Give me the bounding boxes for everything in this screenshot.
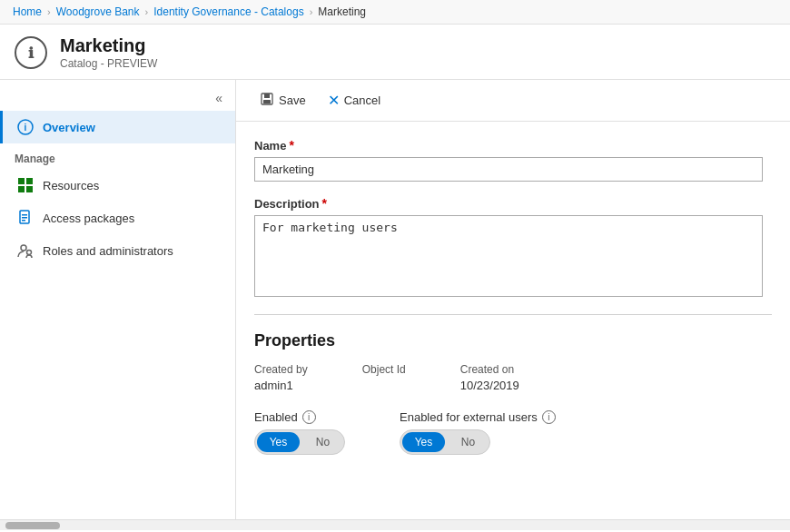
description-field-group: Description * For marketing users [254, 196, 772, 300]
name-label: Name * [254, 138, 772, 153]
main-layout: « i Overview Manage [0, 80, 790, 519]
section-divider [254, 314, 772, 315]
svg-rect-8 [22, 217, 27, 219]
external-toggle[interactable]: Yes No [400, 429, 490, 455]
object-id-label: Object Id [362, 363, 406, 376]
sidebar-item-access-packages-label: Access packages [43, 212, 134, 225]
external-no-option[interactable]: No [447, 430, 489, 454]
external-toggle-group: Enabled for external users i Yes No [400, 410, 556, 455]
toggles-row: Enabled i Yes No Enabled for external us… [254, 410, 772, 455]
page-header: ℹ Marketing Catalog - PREVIEW [0, 25, 790, 80]
svg-rect-7 [22, 214, 27, 216]
content-area: Save ✕ Cancel Name * Description * [236, 80, 790, 519]
svg-rect-9 [22, 220, 25, 222]
created-by-label: Created by [254, 363, 308, 376]
sidebar-item-roles-label: Roles and administrators [43, 244, 173, 258]
created-by-property: Created by admin1 [254, 363, 308, 392]
svg-rect-4 [18, 186, 25, 192]
properties-title: Properties [254, 331, 772, 350]
enabled-info-icon[interactable]: i [302, 410, 316, 424]
breadcrumb-current: Marketing [318, 5, 366, 18]
save-icon [260, 92, 274, 109]
sidebar-item-overview-label: Overview [43, 121, 95, 134]
svg-rect-3 [26, 178, 33, 184]
sidebar-item-resources[interactable]: Resources [0, 169, 235, 202]
toolbar: Save ✕ Cancel [236, 80, 790, 122]
breadcrumb-identity-governance[interactable]: Identity Governance - Catalogs [153, 5, 303, 18]
sidebar-section-manage: Manage [0, 143, 235, 169]
person-icon [17, 242, 34, 259]
doc-icon [17, 210, 34, 226]
created-by-value: admin1 [254, 379, 308, 392]
svg-rect-14 [263, 100, 271, 103]
enabled-no-option[interactable]: No [301, 430, 344, 454]
props-grid: Created by admin1 Object Id Created on 1… [254, 363, 772, 392]
breadcrumb-sep-1: › [47, 6, 51, 17]
name-input[interactable] [254, 157, 763, 182]
external-label: Enabled for external users i [400, 410, 556, 424]
svg-rect-5 [26, 186, 33, 192]
name-required: * [289, 138, 293, 153]
sidebar-item-access-packages[interactable]: Access packages [0, 202, 235, 234]
description-required: * [322, 196, 327, 211]
save-button[interactable]: Save [251, 87, 315, 113]
cancel-button[interactable]: ✕ Cancel [319, 87, 390, 113]
breadcrumb-sep-3: › [310, 6, 313, 17]
cancel-label: Cancel [344, 94, 380, 107]
description-textarea[interactable]: For marketing users [254, 215, 763, 297]
page-title: Marketing [60, 35, 157, 56]
svg-point-11 [27, 251, 32, 255]
object-id-property: Object Id [362, 363, 406, 392]
name-field-group: Name * [254, 138, 772, 182]
info-icon: i [17, 119, 34, 135]
page-header-icon: ℹ [15, 36, 47, 69]
bottom-scrollbar[interactable] [0, 519, 790, 530]
enabled-yes-option[interactable]: Yes [257, 432, 300, 452]
breadcrumb-woodgrove[interactable]: Woodgrove Bank [56, 5, 140, 18]
svg-text:i: i [25, 123, 27, 133]
created-on-value: 10/23/2019 [460, 379, 519, 392]
enabled-label: Enabled i [254, 410, 345, 424]
cancel-icon: ✕ [328, 92, 340, 109]
description-label: Description * [254, 196, 772, 211]
enabled-toggle-group: Enabled i Yes No [254, 410, 345, 455]
grid-icon [17, 177, 34, 193]
scrollbar-thumb[interactable] [5, 522, 60, 529]
save-label: Save [279, 94, 306, 107]
sidebar-item-overview[interactable]: i Overview [0, 111, 235, 143]
sidebar-item-roles[interactable]: Roles and administrators [0, 234, 235, 267]
form-area: Name * Description * For marketing users… [236, 122, 790, 471]
svg-rect-13 [264, 94, 270, 98]
external-yes-option[interactable]: Yes [402, 432, 445, 452]
external-info-icon[interactable]: i [542, 410, 556, 424]
breadcrumb-sep-2: › [145, 6, 149, 17]
properties-section: Properties Created by admin1 Object Id C… [254, 331, 772, 455]
svg-point-10 [21, 245, 26, 251]
sidebar: « i Overview Manage [0, 80, 236, 519]
created-on-property: Created on 10/23/2019 [460, 363, 519, 392]
sidebar-collapse: « [0, 84, 235, 111]
breadcrumb: Home › Woodgrove Bank › Identity Governa… [0, 0, 790, 25]
enabled-toggle[interactable]: Yes No [254, 429, 345, 455]
breadcrumb-home[interactable]: Home [13, 5, 42, 18]
created-on-label: Created on [460, 363, 519, 376]
page-subtitle: Catalog - PREVIEW [60, 57, 157, 70]
svg-rect-2 [18, 178, 25, 184]
sidebar-collapse-button[interactable]: « [212, 89, 226, 107]
page-header-text: Marketing Catalog - PREVIEW [60, 35, 157, 70]
sidebar-item-resources-label: Resources [43, 179, 99, 192]
